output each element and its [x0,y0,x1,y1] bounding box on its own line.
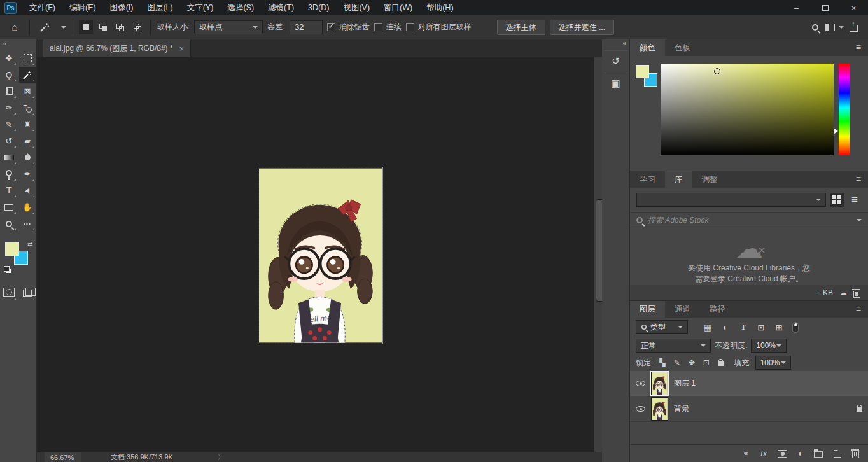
background-lock-icon[interactable] [857,404,862,414]
tool-clone-stamp[interactable]: ♜ [19,116,36,132]
fill-field[interactable]: 100% [755,356,791,370]
filter-shape-layers-icon[interactable]: ⊡ [754,321,768,333]
select-subject-button[interactable]: 选择主体 [497,20,545,35]
menu-view[interactable]: 视图(V) [336,0,377,15]
filter-type-layers-icon[interactable]: T [736,321,750,333]
menu-select[interactable]: 选择(S) [220,0,261,15]
foreground-color-swatch[interactable] [5,242,19,256]
lock-artboard-icon[interactable]: ⊡ [701,358,711,367]
selection-mode-subtract[interactable] [115,22,125,32]
tab-libraries[interactable]: 库 [665,171,692,188]
close-button[interactable]: × [839,0,868,15]
panel-menu-icon[interactable]: ≡ [849,39,868,56]
hue-slider-arrow[interactable] [834,128,841,134]
tolerance-input[interactable] [290,20,323,34]
tools-collapse-header[interactable]: « [0,39,36,49]
lock-position-icon[interactable]: ✥ [686,358,697,367]
new-layer-icon[interactable] [834,450,841,458]
tool-preset-magic-wand-icon[interactable] [36,19,53,36]
status-chevron-icon[interactable]: 〉 [218,452,225,462]
color-field[interactable] [661,64,834,155]
selection-mode-new[interactable] [81,22,91,32]
tool-red-eye[interactable] [19,100,36,116]
stock-search-bar[interactable]: 搜索 Adobe Stock [630,212,868,228]
tool-path-selection[interactable]: ➤ [19,183,36,199]
link-layers-icon[interactable]: ⚭ [743,449,750,458]
restore-button[interactable] [811,0,839,15]
list-view-button[interactable]: ≡ [848,193,862,207]
lock-pixels-icon[interactable]: ✎ [671,358,682,367]
contiguous-checkbox[interactable]: 连续 [374,22,402,32]
blend-mode-select[interactable]: 正常 [636,339,711,353]
tool-type[interactable]: T [1,183,17,199]
color-cursor-ring[interactable] [714,68,720,74]
tool-blur[interactable] [19,150,36,165]
layer-filter-toggle[interactable] [792,322,799,333]
select-and-mask-button[interactable]: 选择并遮住 ... [550,20,614,35]
menu-image[interactable]: 图像(I) [103,0,141,15]
selection-mode-intersect[interactable] [132,22,143,32]
dock-collapse-button[interactable]: « [602,39,629,49]
properties-panel-button[interactable]: ▣ [605,73,627,94]
tab-learn[interactable]: 学习 [630,171,665,188]
tool-zoom[interactable] [1,216,17,232]
tool-lasso[interactable]: Ϙ [1,67,17,83]
tab-adjustments[interactable]: 调整 [692,171,727,188]
tool-hand[interactable]: ✋ [19,199,36,215]
quick-mask-button[interactable] [1,283,17,302]
visibility-eye-icon[interactable] [636,381,645,386]
trash-icon[interactable] [853,291,860,298]
lock-all-icon[interactable] [715,358,726,368]
menu-3d[interactable]: 3D(D) [301,0,336,15]
screen-mode-button[interactable] [19,283,36,302]
visibility-eye-icon[interactable] [636,406,645,412]
tool-frame[interactable]: ⊠ [19,83,36,99]
menu-help[interactable]: 帮助(H) [419,0,460,15]
home-button[interactable]: ⌂ [6,19,23,36]
delete-layer-icon[interactable] [852,451,859,458]
tab-color[interactable]: 颜色 [630,39,665,56]
tab-close-icon[interactable]: × [179,44,185,53]
search-button[interactable] [807,19,823,36]
adjustment-layer-icon[interactable]: ◐ [798,449,803,458]
canvas-vertical-scrollbar[interactable] [594,57,602,452]
cloud-sync-icon[interactable]: ☁ [839,288,847,297]
share-button[interactable] [845,19,862,36]
filter-pixel-layers-icon[interactable]: ▦ [701,321,715,333]
canvas-area[interactable] [37,57,594,452]
menu-window[interactable]: 窗口(W) [377,0,419,15]
grid-view-button[interactable] [830,193,844,207]
tool-eraser[interactable]: ▰ [19,133,36,149]
filter-smart-objects-icon[interactable]: ⊞ [772,321,786,333]
layer-style-fx-icon[interactable]: fx [760,449,767,458]
filter-adjustment-layers-icon[interactable]: ◐ [718,321,732,333]
anti-alias-checkbox[interactable]: 消除锯齿 [327,22,370,32]
tool-rectangle-shape[interactable] [1,199,17,215]
tool-dodge[interactable] [1,166,17,182]
tool-move[interactable]: ✥ [1,50,17,66]
layer-row-background[interactable]: 背景 [630,396,868,422]
zoom-level-field[interactable]: 66.67% [45,452,81,462]
tool-magic-wand[interactable] [19,67,36,83]
menu-edit[interactable]: 编辑(E) [62,0,103,15]
selection-mode-add[interactable] [98,22,108,32]
tab-channels[interactable]: 通道 [665,301,700,318]
library-select[interactable] [636,193,826,207]
menu-file[interactable]: 文件(F) [22,0,62,15]
panel-menu-icon[interactable]: ≡ [849,171,868,188]
swap-colors-icon[interactable]: ⇄ [27,241,32,248]
tool-more-ellipsis[interactable]: ••• [19,216,36,232]
add-layer-mask-icon[interactable] [778,450,787,458]
foreground-color-swatch[interactable] [636,65,649,78]
sample-all-layers-checkbox[interactable]: 对所有图层取样 [406,22,472,32]
tab-swatches[interactable]: 色板 [665,39,700,56]
layer-name[interactable]: 图层 1 [674,378,696,389]
menu-filter[interactable]: 滤镜(T) [261,0,301,15]
tool-crop[interactable] [1,83,17,99]
filter-type-select[interactable]: 类型 [636,320,688,334]
default-colors-icon[interactable] [4,266,11,274]
menu-type[interactable]: 文字(Y) [180,0,221,15]
tab-layers[interactable]: 图层 [630,301,665,318]
panel-menu-icon[interactable]: ≡ [849,301,868,318]
sample-size-select[interactable]: 取样点 [194,20,263,34]
